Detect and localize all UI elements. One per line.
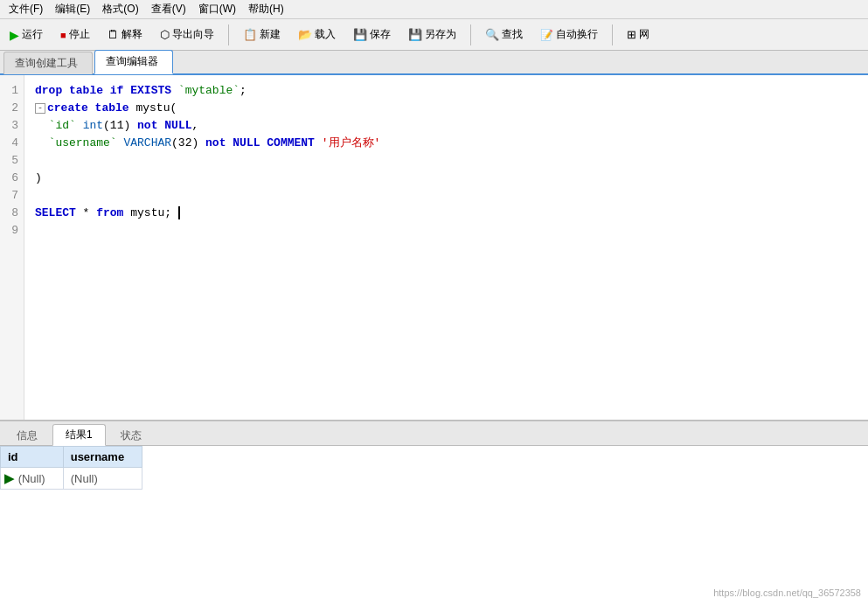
tab-query-editor[interactable]: 查询编辑器 xyxy=(94,50,173,74)
save-button[interactable]: 💾 保存 xyxy=(347,24,397,45)
table-header-row: id username xyxy=(1,447,142,468)
cell-id-value: (Null) xyxy=(18,472,45,485)
menu-edit[interactable]: 编辑(E) xyxy=(50,1,95,17)
export-icon: ⬡ xyxy=(160,28,170,41)
tab-info[interactable]: 信息 xyxy=(3,425,51,446)
find-icon: 🔍 xyxy=(485,28,499,41)
col-header-id: id xyxy=(1,447,64,468)
explain-label: 解释 xyxy=(122,27,142,42)
editor-area[interactable]: 1 2 3 4 5 6 7 8 9 drop table if EXISTS `… xyxy=(0,75,868,421)
separator-1 xyxy=(228,24,229,45)
grid-icon: ⊞ xyxy=(627,28,636,41)
new-icon: 📋 xyxy=(243,28,257,41)
code-editor[interactable]: drop table if EXISTS `mytable`; -create … xyxy=(24,75,868,420)
watermark: https://blog.csdn.net/qq_36572358 xyxy=(713,588,861,598)
separator-3 xyxy=(612,24,613,45)
load-button[interactable]: 📂 载入 xyxy=(292,24,342,45)
col-header-username: username xyxy=(63,447,142,468)
load-icon: 📂 xyxy=(298,28,312,41)
run-label: 运行 xyxy=(22,27,43,42)
new-label: 新建 xyxy=(260,27,281,42)
explain-button[interactable]: 🗒 解释 xyxy=(101,24,149,45)
line-numbers: 1 2 3 4 5 6 7 8 9 xyxy=(0,75,24,420)
save-as-icon: 💾 xyxy=(408,28,422,41)
tab-status[interactable]: 状态 xyxy=(108,425,155,446)
find-button[interactable]: 🔍 查找 xyxy=(479,24,529,45)
toolbar: ▶ 运行 ■ 停止 🗒 解释 ⬡ 导出向导 📋 新建 📂 载入 💾 保存 💾 另… xyxy=(0,19,868,51)
stop-label: 停止 xyxy=(69,27,90,42)
menu-view[interactable]: 查看(V) xyxy=(146,1,191,17)
grid-label: 网 xyxy=(639,27,649,42)
menu-window[interactable]: 窗口(W) xyxy=(193,1,241,17)
grid-button[interactable]: ⊞ 网 xyxy=(621,24,656,45)
row-arrow-icon: ▶ xyxy=(4,471,15,485)
run-icon: ▶ xyxy=(10,28,19,42)
stop-icon: ■ xyxy=(60,30,66,40)
tab-result1[interactable]: 结果1 xyxy=(52,424,106,446)
result-panel: 信息 结果1 状态 id username ▶ (Null) (Null) xyxy=(0,421,868,605)
find-label: 查找 xyxy=(502,27,523,42)
cell-row-indicator-id: ▶ (Null) xyxy=(1,468,64,490)
load-label: 载入 xyxy=(315,27,336,42)
save-as-label: 另存为 xyxy=(425,27,456,42)
save-icon: 💾 xyxy=(353,28,367,41)
explain-icon: 🗒 xyxy=(108,28,119,41)
word-wrap-button[interactable]: 📝 自动换行 xyxy=(534,24,604,45)
menu-format[interactable]: 格式(O) xyxy=(97,1,143,17)
separator-2 xyxy=(470,24,471,45)
menu-file[interactable]: 文件(F) xyxy=(3,1,48,17)
export-label: 导出向导 xyxy=(172,27,214,42)
table-row: ▶ (Null) (Null) xyxy=(1,468,142,490)
new-button[interactable]: 📋 新建 xyxy=(237,24,287,45)
word-wrap-icon: 📝 xyxy=(540,29,553,41)
editor-tabs-bar: 查询创建工具 查询编辑器 xyxy=(0,51,868,75)
tab-query-builder[interactable]: 查询创建工具 xyxy=(3,52,93,74)
cell-username-value: (Null) xyxy=(63,468,142,490)
menu-help[interactable]: 帮助(H) xyxy=(243,1,289,17)
save-as-button[interactable]: 💾 另存为 xyxy=(402,24,462,45)
export-wizard-button[interactable]: ⬡ 导出向导 xyxy=(154,24,220,45)
run-button[interactable]: ▶ 运行 xyxy=(3,24,49,45)
word-wrap-label: 自动换行 xyxy=(556,27,598,42)
save-label: 保存 xyxy=(370,27,391,42)
menu-bar: 文件(F) 编辑(E) 格式(O) 查看(V) 窗口(W) 帮助(H) xyxy=(0,0,868,19)
result-tabs-bar: 信息 结果1 状态 xyxy=(0,421,868,446)
stop-button[interactable]: ■ 停止 xyxy=(54,24,96,45)
result-content: id username ▶ (Null) (Null) xyxy=(0,446,868,605)
result-table: id username ▶ (Null) (Null) xyxy=(0,446,142,490)
